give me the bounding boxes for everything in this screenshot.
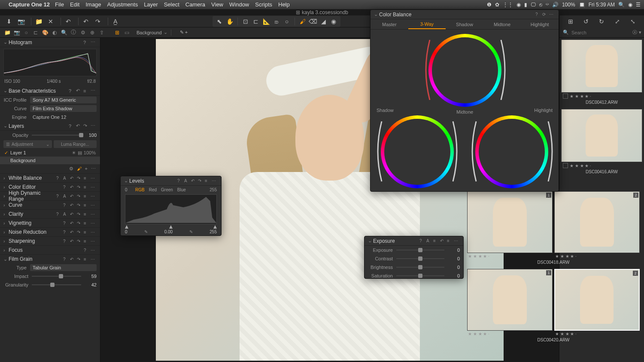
more-icon[interactable]: ⋯: [91, 166, 96, 172]
lens-tab-icon[interactable]: ○: [22, 29, 30, 36]
menu-file[interactable]: File: [55, 1, 64, 8]
menu-layer[interactable]: Layer: [144, 1, 158, 8]
brush-icon[interactable]: 🖌: [298, 17, 307, 26]
hdr-header[interactable]: ›High Dynamic Range?A↶↷≡⋯: [0, 191, 100, 200]
rotate-right-icon[interactable]: ↻: [599, 18, 604, 25]
status-icon[interactable]: ◉: [516, 2, 521, 8]
menu-image[interactable]: Image: [85, 1, 101, 8]
expand-icon[interactable]: ⤢: [615, 18, 620, 25]
levels-rgb-tab[interactable]: RGB: [135, 187, 145, 192]
undo2-icon[interactable]: ↶: [81, 17, 91, 26]
picker-icon[interactable]: ✎: [144, 229, 148, 234]
metadata-tab-icon[interactable]: ⊕: [88, 29, 96, 36]
add-icon[interactable]: +: [85, 166, 88, 172]
menu-camera[interactable]: Camera: [185, 1, 205, 8]
exposure-tab-icon[interactable]: ◐: [51, 29, 58, 36]
help-icon[interactable]: ?: [69, 88, 75, 94]
layers-header[interactable]: ⌄Layers ?↶↷⋯: [0, 121, 100, 131]
brightness-slider[interactable]: [396, 267, 444, 268]
white-balance-header[interactable]: ›White Balance?A↶↷≡⋯: [0, 173, 100, 182]
import-icon[interactable]: ⬇: [4, 17, 14, 26]
single-view-icon[interactable]: ▭: [123, 29, 131, 36]
add-layer-icon[interactable]: ✎ +: [180, 30, 188, 35]
histogram-header[interactable]: ⌄Histogram ? ⋯: [0, 38, 100, 47]
battery-icon[interactable]: 🔲: [579, 2, 585, 8]
cb-tab-3way[interactable]: 3-Way: [408, 19, 446, 29]
reset2-icon[interactable]: ↷: [83, 123, 89, 129]
capture-icon[interactable]: 📷: [16, 17, 26, 26]
output-tab-icon[interactable]: ⇪: [98, 29, 106, 36]
thumbnail-variant[interactable]: 2: [554, 191, 640, 253]
preset-icon[interactable]: ≡: [83, 88, 89, 94]
exposure-slider[interactable]: [396, 250, 444, 250]
loupe-icon[interactable]: ⊡: [241, 17, 250, 26]
status-icon[interactable]: ⎋: [539, 2, 542, 8]
contrast-slider[interactable]: [396, 258, 444, 259]
redo-icon[interactable]: ↷: [93, 17, 103, 26]
notification-icon[interactable]: ☰: [636, 2, 641, 8]
local-tab-icon[interactable]: ⓘ: [70, 29, 77, 36]
impact-slider[interactable]: [32, 276, 81, 277]
highlight-wheel[interactable]: [475, 115, 548, 188]
crop-tab-icon[interactable]: ⊏: [32, 29, 39, 36]
cb-tab-midtone[interactable]: Midtone: [483, 19, 521, 29]
capture-tab-icon[interactable]: 📷: [13, 29, 21, 36]
film-grain-header[interactable]: ⌄Film Grain?↶↷≡⋯: [0, 254, 100, 263]
app-name[interactable]: Capture One 12: [9, 1, 50, 8]
levels-black-handle[interactable]: [125, 225, 128, 229]
midtone-wheel[interactable]: [428, 34, 501, 107]
status-icon[interactable]: ▮: [524, 2, 527, 8]
color-tab-icon[interactable]: 🎨: [41, 29, 49, 36]
spot-icon[interactable]: ○: [283, 17, 291, 26]
help-icon[interactable]: ?: [69, 124, 75, 129]
sliders-icon[interactable]: ⚙: [69, 166, 73, 172]
sharpening-header[interactable]: ›Sharpening?↶↷≡⋯: [0, 236, 100, 245]
help-icon[interactable]: ?: [83, 40, 89, 45]
brush-icon[interactable]: 🖌: [77, 166, 82, 172]
levels-red-tab[interactable]: Red: [149, 187, 157, 192]
gradient-icon[interactable]: ◢: [319, 17, 328, 26]
battery-pct[interactable]: 100%: [562, 2, 575, 8]
picker-icon[interactable]: ✎: [189, 229, 193, 234]
select-icon[interactable]: ⬉: [215, 17, 224, 26]
status-icon[interactable]: 🖵: [531, 2, 536, 8]
clear-search-icon[interactable]: ⓧ: [632, 29, 637, 36]
spotlight-icon[interactable]: 🔍: [618, 2, 625, 8]
menu-scripts[interactable]: Scripts: [255, 1, 272, 8]
vignetting-header[interactable]: ›Vignetting?↶↷≡⋯: [0, 218, 100, 227]
filter-icon[interactable]: ▾: [639, 30, 641, 35]
cb-tab-shadow[interactable]: Shadow: [446, 19, 483, 29]
clock[interactable]: Fri 5:39 AM: [589, 2, 615, 8]
opacity-slider[interactable]: [32, 135, 81, 136]
delete-icon[interactable]: ✕: [46, 17, 55, 26]
status-icon[interactable]: ✿: [495, 2, 499, 8]
annotate-icon[interactable]: A̲: [111, 17, 120, 26]
undo-icon[interactable]: ↶: [64, 17, 73, 26]
collapse-icon[interactable]: ⤡: [630, 18, 635, 25]
help-icon[interactable]: ?: [535, 12, 541, 17]
thumbnail-variant[interactable]: 1: [467, 191, 553, 253]
menu-adjustments[interactable]: Adjustments: [107, 1, 138, 8]
status-icon[interactable]: ❶: [487, 2, 492, 8]
layer-selector[interactable]: Background: [137, 30, 162, 35]
layout-icon[interactable]: ⊞: [568, 18, 573, 25]
straighten-icon[interactable]: 📐: [262, 17, 270, 26]
saturation-slider[interactable]: [396, 275, 444, 276]
levels-mid-handle[interactable]: [169, 225, 173, 229]
reset-icon[interactable]: ↶: [76, 123, 82, 129]
siri-icon[interactable]: ◉: [628, 2, 632, 8]
search-input[interactable]: [571, 30, 631, 35]
levels-white-handle[interactable]: [213, 225, 217, 229]
levels-blue-tab[interactable]: Blue: [177, 187, 186, 192]
base-characteristics-header[interactable]: ⌄Base Characteristics ?↶≡⋯: [0, 86, 100, 96]
luma-range-button[interactable]: Luma Range...: [54, 140, 97, 148]
library-tab-icon[interactable]: 📁: [3, 29, 11, 36]
crop-icon[interactable]: ⊏: [252, 17, 260, 26]
rotate-left-icon[interactable]: ↺: [583, 18, 589, 25]
thumbnail[interactable]: ★ ★ ★ ★ · DSC00416.ARW: [561, 109, 642, 176]
keystone-icon[interactable]: ⎄: [272, 17, 281, 26]
granularity-slider[interactable]: [32, 284, 81, 285]
levels-histogram[interactable]: [125, 194, 217, 224]
levels-panel[interactable]: ⌄Levels?A↶↷≡⋯ 0 RGB Red Green Blue 255 0…: [120, 176, 222, 236]
select-checkbox[interactable]: [563, 163, 568, 168]
